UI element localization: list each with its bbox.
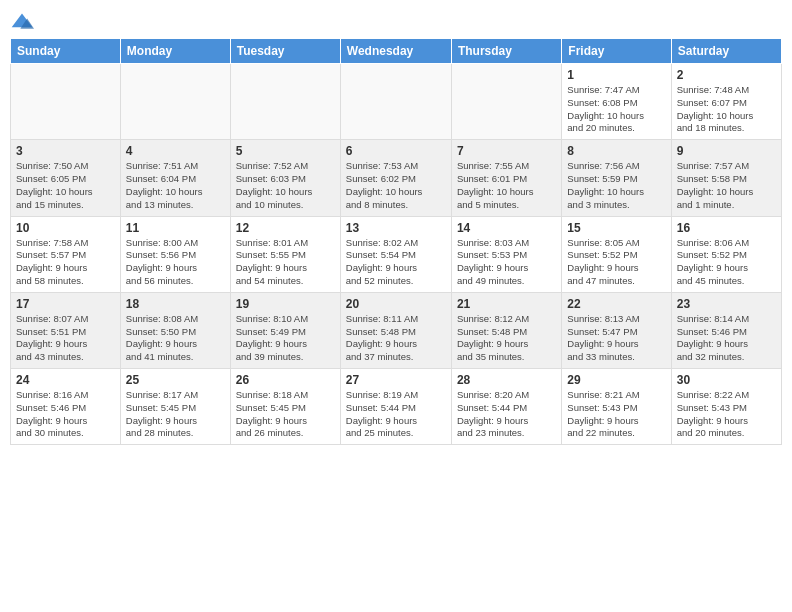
weekday-header-row: SundayMondayTuesdayWednesdayThursdayFrid… (11, 39, 782, 64)
calendar-day-cell: 4Sunrise: 7:51 AM Sunset: 6:04 PM Daylig… (120, 140, 230, 216)
day-number: 3 (16, 144, 115, 158)
calendar-day-cell: 15Sunrise: 8:05 AM Sunset: 5:52 PM Dayli… (562, 216, 671, 292)
day-number: 9 (677, 144, 776, 158)
day-number: 23 (677, 297, 776, 311)
day-info: Sunrise: 8:22 AM Sunset: 5:43 PM Dayligh… (677, 389, 776, 440)
day-info: Sunrise: 8:06 AM Sunset: 5:52 PM Dayligh… (677, 237, 776, 288)
calendar-day-cell: 14Sunrise: 8:03 AM Sunset: 5:53 PM Dayli… (451, 216, 561, 292)
weekday-header-friday: Friday (562, 39, 671, 64)
calendar-day-cell: 28Sunrise: 8:20 AM Sunset: 5:44 PM Dayli… (451, 369, 561, 445)
day-number: 18 (126, 297, 225, 311)
day-number: 5 (236, 144, 335, 158)
day-number: 25 (126, 373, 225, 387)
day-info: Sunrise: 8:18 AM Sunset: 5:45 PM Dayligh… (236, 389, 335, 440)
calendar-day-cell: 22Sunrise: 8:13 AM Sunset: 5:47 PM Dayli… (562, 292, 671, 368)
day-number: 19 (236, 297, 335, 311)
day-number: 22 (567, 297, 665, 311)
day-number: 30 (677, 373, 776, 387)
day-number: 29 (567, 373, 665, 387)
weekday-header-thursday: Thursday (451, 39, 561, 64)
calendar-day-cell: 30Sunrise: 8:22 AM Sunset: 5:43 PM Dayli… (671, 369, 781, 445)
calendar-day-cell (451, 64, 561, 140)
day-number: 21 (457, 297, 556, 311)
calendar-day-cell: 9Sunrise: 7:57 AM Sunset: 5:58 PM Daylig… (671, 140, 781, 216)
calendar-day-cell (11, 64, 121, 140)
day-number: 2 (677, 68, 776, 82)
calendar-day-cell: 10Sunrise: 7:58 AM Sunset: 5:57 PM Dayli… (11, 216, 121, 292)
day-info: Sunrise: 8:16 AM Sunset: 5:46 PM Dayligh… (16, 389, 115, 440)
calendar-day-cell (340, 64, 451, 140)
calendar-week-row: 3Sunrise: 7:50 AM Sunset: 6:05 PM Daylig… (11, 140, 782, 216)
calendar-day-cell: 13Sunrise: 8:02 AM Sunset: 5:54 PM Dayli… (340, 216, 451, 292)
day-info: Sunrise: 8:12 AM Sunset: 5:48 PM Dayligh… (457, 313, 556, 364)
day-number: 20 (346, 297, 446, 311)
calendar-day-cell: 5Sunrise: 7:52 AM Sunset: 6:03 PM Daylig… (230, 140, 340, 216)
calendar-day-cell: 23Sunrise: 8:14 AM Sunset: 5:46 PM Dayli… (671, 292, 781, 368)
calendar-day-cell: 18Sunrise: 8:08 AM Sunset: 5:50 PM Dayli… (120, 292, 230, 368)
calendar-week-row: 24Sunrise: 8:16 AM Sunset: 5:46 PM Dayli… (11, 369, 782, 445)
logo (10, 10, 36, 34)
day-info: Sunrise: 8:11 AM Sunset: 5:48 PM Dayligh… (346, 313, 446, 364)
calendar-day-cell (230, 64, 340, 140)
day-info: Sunrise: 8:00 AM Sunset: 5:56 PM Dayligh… (126, 237, 225, 288)
day-info: Sunrise: 8:13 AM Sunset: 5:47 PM Dayligh… (567, 313, 665, 364)
day-info: Sunrise: 7:58 AM Sunset: 5:57 PM Dayligh… (16, 237, 115, 288)
calendar-day-cell: 6Sunrise: 7:53 AM Sunset: 6:02 PM Daylig… (340, 140, 451, 216)
page-header (10, 10, 782, 34)
day-number: 12 (236, 221, 335, 235)
logo-icon (10, 10, 34, 34)
day-number: 1 (567, 68, 665, 82)
day-info: Sunrise: 8:21 AM Sunset: 5:43 PM Dayligh… (567, 389, 665, 440)
day-number: 7 (457, 144, 556, 158)
day-number: 4 (126, 144, 225, 158)
day-number: 8 (567, 144, 665, 158)
day-info: Sunrise: 8:01 AM Sunset: 5:55 PM Dayligh… (236, 237, 335, 288)
day-number: 27 (346, 373, 446, 387)
calendar-week-row: 17Sunrise: 8:07 AM Sunset: 5:51 PM Dayli… (11, 292, 782, 368)
day-info: Sunrise: 7:55 AM Sunset: 6:01 PM Dayligh… (457, 160, 556, 211)
calendar-day-cell: 19Sunrise: 8:10 AM Sunset: 5:49 PM Dayli… (230, 292, 340, 368)
calendar-day-cell: 11Sunrise: 8:00 AM Sunset: 5:56 PM Dayli… (120, 216, 230, 292)
day-number: 17 (16, 297, 115, 311)
day-info: Sunrise: 7:50 AM Sunset: 6:05 PM Dayligh… (16, 160, 115, 211)
calendar-day-cell: 1Sunrise: 7:47 AM Sunset: 6:08 PM Daylig… (562, 64, 671, 140)
calendar-day-cell: 16Sunrise: 8:06 AM Sunset: 5:52 PM Dayli… (671, 216, 781, 292)
calendar-day-cell: 12Sunrise: 8:01 AM Sunset: 5:55 PM Dayli… (230, 216, 340, 292)
day-number: 10 (16, 221, 115, 235)
calendar-day-cell: 2Sunrise: 7:48 AM Sunset: 6:07 PM Daylig… (671, 64, 781, 140)
weekday-header-saturday: Saturday (671, 39, 781, 64)
day-info: Sunrise: 8:19 AM Sunset: 5:44 PM Dayligh… (346, 389, 446, 440)
day-number: 15 (567, 221, 665, 235)
day-number: 24 (16, 373, 115, 387)
weekday-header-monday: Monday (120, 39, 230, 64)
day-info: Sunrise: 8:14 AM Sunset: 5:46 PM Dayligh… (677, 313, 776, 364)
day-number: 13 (346, 221, 446, 235)
calendar-week-row: 10Sunrise: 7:58 AM Sunset: 5:57 PM Dayli… (11, 216, 782, 292)
calendar-day-cell: 8Sunrise: 7:56 AM Sunset: 5:59 PM Daylig… (562, 140, 671, 216)
calendar-day-cell: 27Sunrise: 8:19 AM Sunset: 5:44 PM Dayli… (340, 369, 451, 445)
calendar-day-cell (120, 64, 230, 140)
day-info: Sunrise: 8:03 AM Sunset: 5:53 PM Dayligh… (457, 237, 556, 288)
day-number: 28 (457, 373, 556, 387)
calendar-day-cell: 17Sunrise: 8:07 AM Sunset: 5:51 PM Dayli… (11, 292, 121, 368)
day-number: 26 (236, 373, 335, 387)
day-info: Sunrise: 7:56 AM Sunset: 5:59 PM Dayligh… (567, 160, 665, 211)
day-info: Sunrise: 8:20 AM Sunset: 5:44 PM Dayligh… (457, 389, 556, 440)
day-info: Sunrise: 8:17 AM Sunset: 5:45 PM Dayligh… (126, 389, 225, 440)
weekday-header-wednesday: Wednesday (340, 39, 451, 64)
day-info: Sunrise: 8:07 AM Sunset: 5:51 PM Dayligh… (16, 313, 115, 364)
calendar-day-cell: 3Sunrise: 7:50 AM Sunset: 6:05 PM Daylig… (11, 140, 121, 216)
calendar-day-cell: 7Sunrise: 7:55 AM Sunset: 6:01 PM Daylig… (451, 140, 561, 216)
day-number: 6 (346, 144, 446, 158)
calendar-table: SundayMondayTuesdayWednesdayThursdayFrid… (10, 38, 782, 445)
day-info: Sunrise: 7:47 AM Sunset: 6:08 PM Dayligh… (567, 84, 665, 135)
day-info: Sunrise: 7:52 AM Sunset: 6:03 PM Dayligh… (236, 160, 335, 211)
calendar-day-cell: 25Sunrise: 8:17 AM Sunset: 5:45 PM Dayli… (120, 369, 230, 445)
day-info: Sunrise: 8:08 AM Sunset: 5:50 PM Dayligh… (126, 313, 225, 364)
day-info: Sunrise: 7:53 AM Sunset: 6:02 PM Dayligh… (346, 160, 446, 211)
calendar-day-cell: 29Sunrise: 8:21 AM Sunset: 5:43 PM Dayli… (562, 369, 671, 445)
day-info: Sunrise: 8:02 AM Sunset: 5:54 PM Dayligh… (346, 237, 446, 288)
day-number: 16 (677, 221, 776, 235)
calendar-day-cell: 20Sunrise: 8:11 AM Sunset: 5:48 PM Dayli… (340, 292, 451, 368)
day-info: Sunrise: 7:57 AM Sunset: 5:58 PM Dayligh… (677, 160, 776, 211)
